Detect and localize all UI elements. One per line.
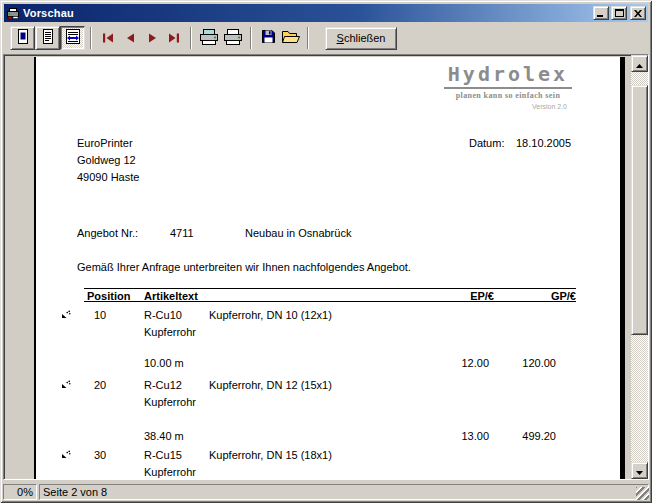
row-article-description: Kupferrohr, DN 15 (18x1) bbox=[209, 450, 332, 461]
row-position: 10 bbox=[94, 310, 106, 321]
next-page-arrow-icon bbox=[148, 31, 157, 46]
page-zoom-icon bbox=[15, 29, 31, 48]
logo-version: Version 2.0 bbox=[444, 103, 572, 111]
prev-page-arrow-icon bbox=[126, 31, 135, 46]
row-article-description: Kupferrohr, DN 10 (12x1) bbox=[209, 310, 332, 321]
first-page-arrow-icon bbox=[102, 31, 114, 46]
recipient-line: 49090 Haste bbox=[77, 169, 139, 186]
row-total-price: 499.20 bbox=[496, 431, 556, 442]
page-info-panel: Seite 2 von 8 bbox=[39, 484, 649, 500]
table-header-bottom-rule bbox=[84, 301, 576, 302]
row-quantity: 38.40 m bbox=[144, 431, 184, 442]
row-total-price: 120.00 bbox=[496, 358, 556, 369]
print-button[interactable] bbox=[221, 26, 245, 50]
row-unit-price: 13.00 bbox=[429, 431, 489, 442]
page-width-icon bbox=[65, 29, 81, 48]
arrow-down-icon bbox=[636, 465, 643, 477]
recipient-line: EuroPrinter bbox=[77, 135, 139, 152]
recipient-line: Goldweg 12 bbox=[77, 152, 139, 169]
progress-panel: 0% bbox=[3, 484, 37, 500]
first-page-button[interactable] bbox=[97, 26, 119, 50]
minimize-icon[interactable] bbox=[593, 6, 609, 20]
row-marker-icon bbox=[61, 380, 71, 389]
zoom-100-button[interactable] bbox=[35, 26, 60, 50]
resize-grip[interactable] bbox=[636, 487, 649, 500]
save-report-button[interactable] bbox=[257, 26, 279, 50]
row-article-code: R-Cu10 bbox=[144, 310, 182, 321]
row-position: 30 bbox=[94, 450, 106, 461]
row-marker-icon bbox=[61, 310, 71, 319]
toolbar-separator bbox=[90, 27, 92, 49]
zoom-fit-button[interactable] bbox=[10, 26, 35, 50]
last-page-button[interactable] bbox=[163, 26, 185, 50]
toolbar-separator bbox=[250, 27, 252, 49]
preview-area[interactable]: Hydrolex planen kann so einfach sein Ver… bbox=[3, 54, 649, 480]
intro-text: Gemäß Ihrer Anfrage unterbreiten wir Ihn… bbox=[77, 262, 411, 273]
offer-project: Neubau in Osnabrück bbox=[245, 228, 351, 239]
logo-text: Hydrolex bbox=[444, 63, 572, 89]
row-article-subtext: Kupferrohr bbox=[144, 397, 196, 408]
logo-block: Hydrolex planen kann so einfach sein Ver… bbox=[444, 63, 572, 111]
row-article-description: Kupferrohr, DN 12 (15x1) bbox=[209, 380, 332, 391]
row-article-subtext: Kupferrohr bbox=[144, 327, 196, 338]
scroll-down-button[interactable] bbox=[631, 462, 648, 479]
scroll-thumb[interactable] bbox=[631, 85, 648, 335]
window-controls bbox=[593, 6, 646, 20]
statusbar: 0% Seite 2 von 8 bbox=[3, 482, 649, 500]
load-report-button[interactable] bbox=[279, 26, 302, 50]
row-article-code: R-Cu15 bbox=[144, 450, 182, 461]
row-unit-price: 12.00 bbox=[429, 358, 489, 369]
schliessen-button[interactable]: Schließen bbox=[325, 27, 397, 50]
next-page-button[interactable] bbox=[141, 26, 163, 50]
table-header-top-rule bbox=[84, 288, 576, 289]
offer-number-value: 4711 bbox=[170, 228, 194, 239]
zoom-page-width-button[interactable] bbox=[60, 26, 85, 50]
toolbar-separator bbox=[307, 27, 309, 49]
floppy-disk-icon bbox=[261, 29, 276, 47]
offer-number-label: Angebot Nr.: bbox=[77, 228, 138, 239]
row-marker-icon bbox=[61, 450, 71, 459]
prev-page-button[interactable] bbox=[119, 26, 141, 50]
logo-slogan: planen kann so einfach sein bbox=[444, 91, 572, 100]
date-label: Datum: bbox=[469, 138, 504, 149]
open-folder-icon bbox=[281, 30, 300, 47]
close-icon[interactable] bbox=[630, 6, 646, 20]
row-quantity: 10.00 m bbox=[144, 358, 184, 369]
arrow-up-icon bbox=[636, 58, 643, 70]
last-page-arrow-icon bbox=[168, 31, 180, 46]
app-icon bbox=[6, 6, 20, 20]
date-value: 18.10.2005 bbox=[516, 138, 571, 149]
maximize-icon[interactable] bbox=[611, 6, 627, 20]
toolbar-separator bbox=[190, 27, 192, 49]
row-article-code: R-Cu12 bbox=[144, 380, 182, 391]
recipient-block: EuroPrinterGoldweg 1249090 Haste bbox=[77, 135, 139, 186]
scroll-up-button[interactable] bbox=[631, 55, 648, 72]
row-article-subtext: Kupferrohr bbox=[144, 467, 196, 478]
preview-window: Vorschau bbox=[0, 0, 652, 503]
printer-setup-button[interactable] bbox=[197, 26, 221, 50]
row-position: 20 bbox=[94, 380, 106, 391]
page-lines-icon bbox=[40, 29, 56, 48]
titlebar: Vorschau bbox=[4, 4, 648, 22]
toolbar: Schließen bbox=[3, 23, 649, 53]
vertical-scrollbar[interactable] bbox=[631, 55, 648, 479]
document-page: Hydrolex planen kann so einfach sein Ver… bbox=[34, 57, 625, 479]
printer-setup-icon bbox=[199, 29, 219, 48]
printer-icon bbox=[223, 29, 243, 48]
window-title: Vorschau bbox=[23, 7, 593, 19]
